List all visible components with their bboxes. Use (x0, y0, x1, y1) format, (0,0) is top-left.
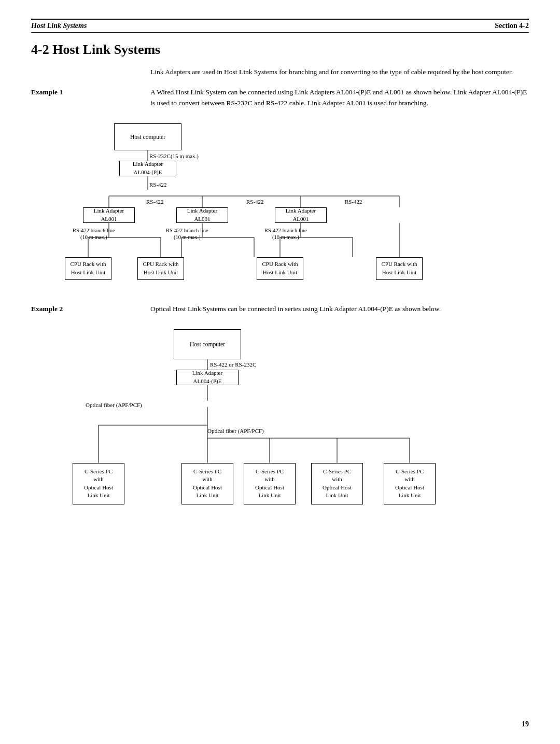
diagram2-optical2-label: Optical fiber (APF/PCF) (207, 428, 264, 434)
section-title: 4-2 Host Link Systems (31, 42, 529, 58)
branch-3-label: RS-422 branch line(10 m max.) (264, 227, 307, 241)
example1-label: Example 1 (31, 87, 150, 109)
cpu1-box: CPU Rack with Host Link Unit (65, 257, 111, 280)
diagram2-link-adapter-box: Link Adapter AL004-(P)E (176, 370, 239, 385)
diagram2-container: Host computer RS-422 or RS-232C Link Ada… (31, 324, 529, 516)
page: Host Link Systems Section 4-2 4-2 Host L… (0, 0, 560, 744)
rs422-main-label: RS-422 (149, 181, 167, 188)
pc1-box: C-Series PC with Optical Host Link Unit (73, 463, 124, 504)
cpu4-box: CPU Rack with Host Link Unit (376, 257, 423, 280)
example1-row: Example 1 A Wired Host Link System can b… (31, 87, 529, 109)
diagram2-rs422-label: RS-422 or RS-232C (210, 361, 256, 368)
rs422-1-label: RS-422 (146, 199, 164, 205)
cpu3-box: CPU Rack with Host Link Unit (257, 257, 303, 280)
pc3-box: C-Series PC with Optical Host Link Unit (244, 463, 296, 504)
pc4-box: C-Series PC with Optical Host Link Unit (311, 463, 363, 504)
link-adapter-3-box: Link Adapter AL001 (275, 207, 327, 223)
diagram1: Host computer RS-232C(15 m max.) Link Ad… (57, 118, 503, 289)
host-computer-box: Host computer (114, 123, 181, 150)
intro-text: Link Adapters are used in Host Link Syst… (150, 67, 529, 78)
intro-row: Link Adapters are used in Host Link Syst… (31, 67, 529, 78)
diagram2: Host computer RS-422 or RS-232C Link Ada… (57, 324, 503, 516)
example1-text: A Wired Host Link System can be connecte… (150, 87, 529, 109)
intro-left (31, 67, 150, 78)
page-footer: 19 (522, 720, 529, 728)
link-adapter-2-box: Link Adapter AL001 (176, 207, 228, 223)
branch-1-label: RS-422 branch line(10 m max.) (73, 227, 115, 241)
rs232c-label: RS-232C(15 m max.) (149, 153, 199, 159)
header-left: Host Link Systems (31, 22, 87, 30)
branch-2-label: RS-422 branch line(10 m max.) (166, 227, 208, 241)
diagram2-host-box: Host computer (174, 329, 241, 359)
header-right: Section 4-2 (495, 22, 529, 30)
diagram2-optical1-label: Optical fiber (APF/PCF) (86, 402, 142, 408)
cpu2-box: CPU Rack with Host Link Unit (137, 257, 184, 280)
rs422-2-label: RS-422 (246, 199, 264, 205)
rs422-3-label: RS-422 (345, 199, 362, 205)
pc2-box: C-Series PC with Optical Host Link Unit (181, 463, 233, 504)
example2-label: Example 2 (31, 304, 150, 315)
link-adapter-top-box: Link Adapter AL004-(P)E (119, 161, 176, 176)
page-number: 19 (522, 720, 529, 728)
example2-row: Example 2 Optical Host Link Systems can … (31, 304, 529, 315)
pc5-box: C-Series PC with Optical Host Link Unit (384, 463, 436, 504)
page-header: Host Link Systems Section 4-2 (31, 19, 529, 33)
example2-text: Optical Host Link Systems can be connect… (150, 304, 529, 315)
link-adapter-1-box: Link Adapter AL001 (83, 207, 135, 223)
diagram1-container: Host computer RS-232C(15 m max.) Link Ad… (31, 118, 529, 289)
